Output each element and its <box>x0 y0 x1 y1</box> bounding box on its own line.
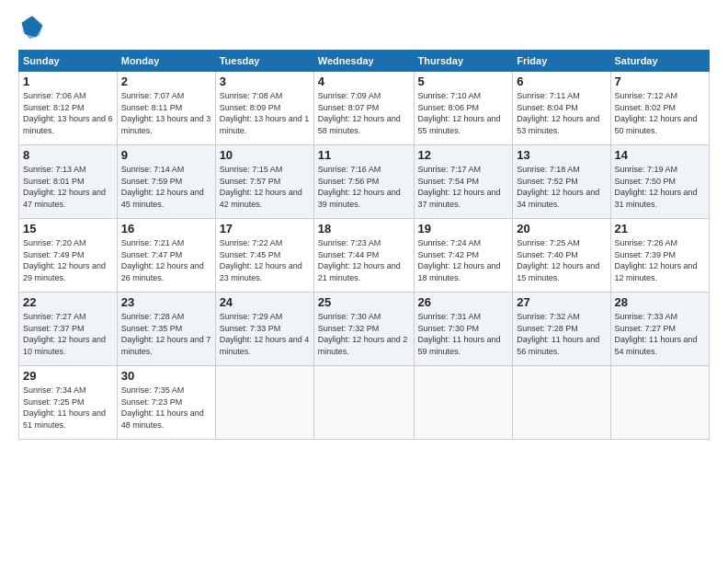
calendar-cell: 30 Sunrise: 7:35 AM Sunset: 7:23 PM Dayl… <box>117 366 215 440</box>
day-number: 27 <box>517 295 606 309</box>
calendar-header-saturday: Saturday <box>610 51 709 72</box>
calendar-cell: 25 Sunrise: 7:30 AM Sunset: 7:32 PM Dayl… <box>313 293 414 366</box>
sunset-label: Sunset: 7:56 PM <box>318 177 380 186</box>
day-info: Sunrise: 7:15 AM Sunset: 7:57 PM Dayligh… <box>220 164 310 210</box>
calendar-cell: 29 Sunrise: 7:34 AM Sunset: 7:25 PM Dayl… <box>19 366 118 440</box>
day-number: 6 <box>517 75 606 88</box>
calendar-cell: 21 Sunrise: 7:26 AM Sunset: 7:39 PM Dayl… <box>610 219 709 293</box>
sunset-label: Sunset: 7:40 PM <box>517 250 578 259</box>
sunrise-label: Sunrise: 7:26 AM <box>615 238 678 247</box>
calendar-cell: 8 Sunrise: 7:13 AM Sunset: 8:01 PM Dayli… <box>19 145 118 219</box>
daylight-label: Daylight: 12 hours and 23 minutes. <box>220 261 302 282</box>
day-number: 12 <box>418 148 509 162</box>
sunrise-label: Sunrise: 7:29 AM <box>220 312 283 321</box>
sunset-label: Sunset: 7:30 PM <box>418 324 480 333</box>
calendar-cell: 10 Sunrise: 7:15 AM Sunset: 7:57 PM Dayl… <box>215 145 313 219</box>
calendar-cell: 9 Sunrise: 7:14 AM Sunset: 7:59 PM Dayli… <box>117 145 215 219</box>
sunrise-label: Sunrise: 7:32 AM <box>517 312 580 321</box>
sunset-label: Sunset: 7:49 PM <box>23 250 85 259</box>
calendar-cell: 27 Sunrise: 7:32 AM Sunset: 7:28 PM Dayl… <box>513 293 610 366</box>
sunset-label: Sunset: 7:37 PM <box>23 324 85 333</box>
daylight-label: Daylight: 12 hours and 47 minutes. <box>23 188 106 209</box>
daylight-label: Daylight: 11 hours and 56 minutes. <box>517 335 599 356</box>
calendar-week-2: 8 Sunrise: 7:13 AM Sunset: 8:01 PM Dayli… <box>19 145 710 219</box>
sunset-label: Sunset: 7:57 PM <box>220 177 281 186</box>
daylight-label: Daylight: 12 hours and 45 minutes. <box>121 188 204 209</box>
sunset-label: Sunset: 8:12 PM <box>23 103 85 112</box>
sunset-label: Sunset: 7:50 PM <box>615 177 677 186</box>
calendar-cell: 5 Sunrise: 7:10 AM Sunset: 8:06 PM Dayli… <box>414 72 513 145</box>
day-number: 5 <box>418 75 509 88</box>
sunrise-label: Sunrise: 7:15 AM <box>220 165 283 174</box>
calendar-week-1: 1 Sunrise: 7:06 AM Sunset: 8:12 PM Dayli… <box>19 72 710 145</box>
sunset-label: Sunset: 7:52 PM <box>517 177 578 186</box>
calendar-cell: 12 Sunrise: 7:17 AM Sunset: 7:54 PM Dayl… <box>414 145 513 219</box>
day-number: 13 <box>517 148 606 162</box>
calendar-header-row: SundayMondayTuesdayWednesdayThursdayFrid… <box>19 51 710 72</box>
sunrise-label: Sunrise: 7:30 AM <box>318 312 381 321</box>
day-info: Sunrise: 7:28 AM Sunset: 7:35 PM Dayligh… <box>121 311 211 357</box>
calendar-week-3: 15 Sunrise: 7:20 AM Sunset: 7:49 PM Dayl… <box>19 219 710 293</box>
calendar-header-wednesday: Wednesday <box>313 51 414 72</box>
day-info: Sunrise: 7:35 AM Sunset: 7:23 PM Dayligh… <box>121 385 211 431</box>
day-number: 1 <box>23 75 113 88</box>
sunrise-label: Sunrise: 7:17 AM <box>418 165 482 174</box>
calendar-cell: 19 Sunrise: 7:24 AM Sunset: 7:42 PM Dayl… <box>414 219 513 293</box>
calendar-cell: 23 Sunrise: 7:28 AM Sunset: 7:35 PM Dayl… <box>117 293 215 366</box>
daylight-label: Daylight: 13 hours and 6 minutes. <box>23 114 113 135</box>
sunrise-label: Sunrise: 7:25 AM <box>517 238 580 247</box>
day-number: 10 <box>220 148 310 162</box>
calendar-header-sunday: Sunday <box>19 51 118 72</box>
sunrise-label: Sunrise: 7:09 AM <box>318 91 381 100</box>
day-number: 21 <box>615 222 705 236</box>
daylight-label: Daylight: 12 hours and 18 minutes. <box>418 261 501 282</box>
sunset-label: Sunset: 8:07 PM <box>318 103 380 112</box>
page: SundayMondayTuesdayWednesdayThursdayFrid… <box>0 0 728 563</box>
sunset-label: Sunset: 7:28 PM <box>517 324 578 333</box>
sunrise-label: Sunrise: 7:27 AM <box>23 312 86 321</box>
daylight-label: Daylight: 12 hours and 55 minutes. <box>418 114 501 135</box>
day-number: 4 <box>318 75 410 88</box>
day-info: Sunrise: 7:33 AM Sunset: 7:27 PM Dayligh… <box>615 311 705 357</box>
daylight-label: Daylight: 12 hours and 12 minutes. <box>615 261 698 282</box>
sunrise-label: Sunrise: 7:19 AM <box>615 165 678 174</box>
day-number: 2 <box>121 75 211 88</box>
calendar-header-thursday: Thursday <box>414 51 513 72</box>
day-number: 16 <box>121 222 211 236</box>
daylight-label: Daylight: 11 hours and 51 minutes. <box>23 408 106 430</box>
day-info: Sunrise: 7:32 AM Sunset: 7:28 PM Dayligh… <box>517 311 606 357</box>
daylight-label: Daylight: 13 hours and 3 minutes. <box>121 114 211 135</box>
calendar-cell: 11 Sunrise: 7:16 AM Sunset: 7:56 PM Dayl… <box>313 145 414 219</box>
daylight-label: Daylight: 12 hours and 21 minutes. <box>318 261 401 282</box>
day-number: 17 <box>220 222 310 236</box>
day-info: Sunrise: 7:26 AM Sunset: 7:39 PM Dayligh… <box>615 237 705 283</box>
sunset-label: Sunset: 8:01 PM <box>23 177 85 186</box>
day-number: 9 <box>121 148 211 162</box>
daylight-label: Daylight: 12 hours and 34 minutes. <box>517 188 599 209</box>
calendar-header-tuesday: Tuesday <box>215 51 313 72</box>
daylight-label: Daylight: 12 hours and 4 minutes. <box>220 335 310 356</box>
sunrise-label: Sunrise: 7:35 AM <box>121 385 185 395</box>
sunset-label: Sunset: 7:42 PM <box>418 250 480 259</box>
sunset-label: Sunset: 8:09 PM <box>220 103 281 112</box>
sunset-label: Sunset: 8:11 PM <box>121 103 183 112</box>
calendar-cell: 3 Sunrise: 7:08 AM Sunset: 8:09 PM Dayli… <box>215 72 313 145</box>
calendar-table: SundayMondayTuesdayWednesdayThursdayFrid… <box>18 50 710 440</box>
day-number: 11 <box>318 148 410 162</box>
day-info: Sunrise: 7:30 AM Sunset: 7:32 PM Dayligh… <box>318 311 410 357</box>
day-number: 20 <box>517 222 606 236</box>
daylight-label: Daylight: 12 hours and 42 minutes. <box>220 188 302 209</box>
calendar-cell: 16 Sunrise: 7:21 AM Sunset: 7:47 PM Dayl… <box>117 219 215 293</box>
calendar-week-4: 22 Sunrise: 7:27 AM Sunset: 7:37 PM Dayl… <box>19 293 710 366</box>
sunrise-label: Sunrise: 7:21 AM <box>121 238 185 247</box>
daylight-label: Daylight: 12 hours and 58 minutes. <box>318 114 401 135</box>
calendar-cell: 14 Sunrise: 7:19 AM Sunset: 7:50 PM Dayl… <box>610 145 709 219</box>
day-number: 25 <box>318 295 410 309</box>
day-number: 3 <box>220 75 310 88</box>
daylight-label: Daylight: 12 hours and 39 minutes. <box>318 188 401 209</box>
day-info: Sunrise: 7:08 AM Sunset: 8:09 PM Dayligh… <box>220 90 310 136</box>
sunrise-label: Sunrise: 7:10 AM <box>418 91 482 100</box>
day-info: Sunrise: 7:16 AM Sunset: 7:56 PM Dayligh… <box>318 164 410 210</box>
sunrise-label: Sunrise: 7:28 AM <box>121 312 185 321</box>
sunset-label: Sunset: 7:45 PM <box>220 250 281 259</box>
